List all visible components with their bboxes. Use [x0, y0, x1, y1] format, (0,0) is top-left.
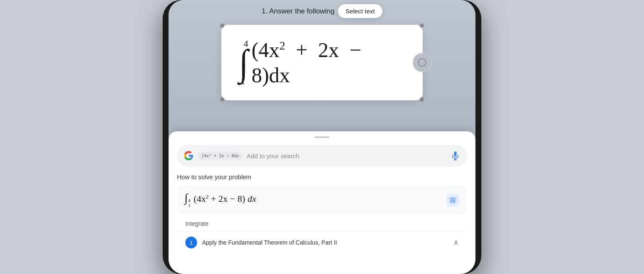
selection-handle-bl — [220, 97, 224, 102]
svg-rect-5 — [453, 198, 455, 199]
svg-rect-3 — [449, 197, 456, 204]
solve-title: How to solve your problem — [177, 173, 467, 180]
solve-formula-display: ∫ 4 1 (4x2 + 2x − 8) dx — [184, 192, 256, 208]
circle-button[interactable] — [413, 53, 432, 72]
solve-card[interactable]: ∫ 4 1 (4x2 + 2x − 8) dx — [177, 185, 467, 214]
mic-icon[interactable] — [450, 151, 460, 161]
selection-handle-tr — [420, 23, 424, 28]
step-number-1: 1 — [185, 237, 197, 248]
small-int-upper: 4 — [188, 198, 191, 203]
scene: 1. Answer the following Select text 4 ∫ … — [0, 0, 644, 274]
small-int-bounds: 4 1 — [188, 198, 191, 208]
solve-formula-body: (4x2 + 2x − 8) dx — [194, 193, 256, 204]
question-text: 1. Answer the following — [262, 7, 335, 16]
integral-container: 4 ∫ 1 — [239, 38, 248, 87]
bg-right — [476, 0, 644, 274]
chevron-down-icon[interactable]: ∧ — [453, 238, 459, 247]
search-bar[interactable]: ∫4x² + 2x − 8dx Add to your search — [177, 145, 467, 167]
small-int-lower: 1 — [188, 203, 191, 208]
bottom-sheet-handle[interactable] — [314, 136, 330, 138]
integrate-label: Integrate — [177, 220, 467, 227]
search-placeholder[interactable]: Add to your search — [247, 152, 446, 159]
svg-rect-8 — [451, 201, 452, 202]
math-formula: 4 ∫ 1 (4x2 + 2x − 8)dx — [239, 37, 402, 88]
chip-formula: ∫4x² + 2x − 8dx — [201, 154, 239, 158]
svg-rect-7 — [453, 200, 455, 201]
circle-button-inner — [418, 58, 426, 67]
question-header: 1. Answer the following Select text — [262, 4, 382, 18]
step-text-1: Apply the Fundamental Theorem of Calculu… — [202, 239, 453, 246]
solve-section: How to solve your problem ∫ 4 1 (4 — [169, 173, 475, 253]
worksheet-area: 1. Answer the following Select text 4 ∫ … — [169, 0, 475, 134]
svg-rect-6 — [451, 200, 452, 201]
svg-rect-4 — [451, 198, 452, 199]
phone-screen: 1. Answer the following Select text 4 ∫ … — [169, 0, 475, 274]
phone-frame: 1. Answer the following Select text 4 ∫ … — [163, 0, 481, 274]
search-chip[interactable]: ∫4x² + 2x − 8dx — [198, 152, 242, 160]
svg-rect-9 — [453, 201, 455, 202]
bg-left — [0, 0, 168, 274]
small-int-symbol: ∫ — [184, 192, 188, 204]
svg-rect-0 — [454, 151, 457, 157]
small-integral: ∫ 4 1 — [184, 192, 191, 208]
formula-body: (4x2 + 2x − 8)dx — [252, 37, 402, 88]
select-text-tooltip[interactable]: Select text — [338, 4, 382, 18]
integral-symbol: ∫ — [239, 44, 248, 81]
bottom-sheet: ∫4x² + 2x − 8dx Add to your search How t… — [169, 131, 475, 274]
calc-svg — [449, 196, 457, 204]
selection-handle-tl — [220, 23, 224, 28]
calculator-icon[interactable] — [446, 193, 460, 207]
google-logo-icon — [184, 151, 194, 161]
math-card[interactable]: 4 ∫ 1 (4x2 + 2x − 8)dx — [221, 25, 423, 100]
selection-handle-br — [420, 97, 424, 102]
step-row-1[interactable]: 1 Apply the Fundamental Theorem of Calcu… — [177, 231, 467, 253]
